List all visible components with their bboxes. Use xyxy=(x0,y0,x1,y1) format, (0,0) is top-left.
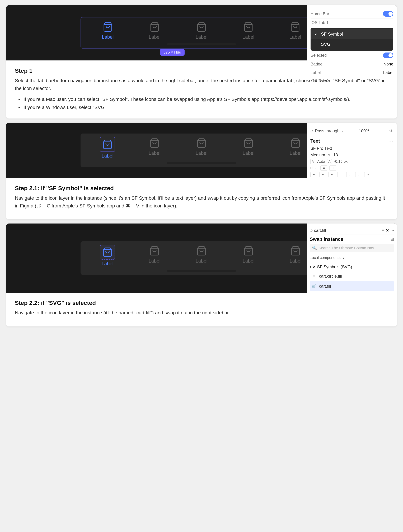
line-height-icon: A xyxy=(310,159,315,164)
text-align-right[interactable]: ≡ xyxy=(328,172,335,177)
section-1-card: Label Label xyxy=(6,5,397,119)
font-size[interactable]: 18 xyxy=(333,152,338,157)
size-badge-1: 375 × Hug xyxy=(160,49,185,56)
chevron-left-icon: ‹ xyxy=(310,265,311,269)
tab-label-3-3: Label xyxy=(196,258,208,264)
step-1-bullets: If you're a Mac user, you can select "SF… xyxy=(15,95,388,112)
chevron-down-icon: ∨ xyxy=(341,129,344,133)
align-icon-2[interactable]: □ xyxy=(329,165,336,171)
component-header: ◇ cart.fill ∨ ✕ ··· xyxy=(310,226,394,235)
selected-label: Selected xyxy=(311,53,327,58)
tab-label-3: Label xyxy=(196,34,208,40)
tab-item-3[interactable]: Label xyxy=(180,21,223,40)
zero-label[interactable]: 0 xyxy=(310,166,313,170)
swap-instance-title: Swap instance xyxy=(310,236,343,242)
pass-through-label[interactable]: Pass through xyxy=(315,128,339,133)
text-vert-bot[interactable]: ↓ xyxy=(355,172,362,177)
tab-icon-2-4 xyxy=(243,137,255,149)
tab-item-2-1[interactable]: Label xyxy=(86,137,129,159)
component-name-label: cart.fill xyxy=(314,228,380,233)
home-bar-2 xyxy=(167,162,236,164)
badge-value[interactable]: None xyxy=(384,62,393,66)
svg-label: SVG xyxy=(321,42,330,47)
tab-item-1[interactable]: Label xyxy=(86,21,129,40)
component-diamond-icon: ◇ xyxy=(310,228,313,233)
text-panel-title: Text xyxy=(310,138,320,144)
section-2-card: Label Label xyxy=(6,123,397,220)
local-components-row[interactable]: Local components ∨ xyxy=(310,254,394,261)
list-label-cart-circle-fill: cart.circle.fill xyxy=(319,274,342,279)
font-weight[interactable]: Medium xyxy=(310,152,325,157)
kern-label[interactable]: -0.15 px xyxy=(334,159,348,164)
section-3-preview-area: Label Label xyxy=(6,223,397,293)
cross-icon[interactable]: ✕ xyxy=(386,228,389,233)
step-2-1-desc: Navigate to the icon layer in the instan… xyxy=(15,194,388,210)
tab-icon-2-3 xyxy=(195,137,208,149)
tab-item-3-3[interactable]: Label xyxy=(180,245,223,266)
text-align-left[interactable]: ≡ xyxy=(310,172,317,177)
selected-toggle[interactable] xyxy=(383,52,393,58)
tab-label-3-1: Label xyxy=(102,261,114,266)
tab-item-2-4[interactable]: Label xyxy=(227,137,270,159)
more-options-icon[interactable]: ··· xyxy=(389,138,393,144)
tab-icon-2-1 xyxy=(102,138,114,151)
label-row: Label Label xyxy=(311,68,393,77)
tab-item-3-2[interactable]: Label xyxy=(133,245,176,266)
list-item-cart-fill-badge-minus[interactable]: 🛒 cart.fill.badge.minus xyxy=(310,291,394,293)
tab-item-4[interactable]: Label xyxy=(227,21,270,40)
ios-tab1-row: iOS Tab 1 xyxy=(311,19,393,27)
right-panel-3: ◇ cart.fill ∨ ✕ ··· Swap instance ⊞ 🔍 Se… xyxy=(307,223,397,293)
weight-chevron: ∨ xyxy=(328,153,330,157)
icon-type-dropdown[interactable]: ✓ SF Symbol SVG xyxy=(311,28,393,51)
tab-icon-3-1 xyxy=(102,246,114,258)
grid-view-icon[interactable]: ⊞ xyxy=(390,237,394,242)
local-chevron-icon: ∨ xyxy=(342,255,345,260)
tab-item-3-4[interactable]: Label xyxy=(227,245,270,266)
tab-label-5: Label xyxy=(289,34,301,40)
tab-label-3-2: Label xyxy=(149,258,160,264)
text-vert-top[interactable]: ↑ xyxy=(337,172,344,177)
align-icon-1[interactable]: ≡ xyxy=(320,165,327,171)
font-detail-rows: A Auto A -0.15 px 0 ↔ ≡ □ ≡ ≡ ≡ xyxy=(310,159,393,177)
tab-icon-3-4 xyxy=(243,245,255,257)
tab-label-2-1: Label xyxy=(102,153,114,159)
tab-item-2-2[interactable]: Label xyxy=(133,137,176,159)
tab-label-2-5: Label xyxy=(290,151,301,156)
list-item-cart-circle-fill[interactable]: ○ cart.circle.fill xyxy=(310,271,394,281)
eye-icon[interactable]: 👁 xyxy=(390,129,393,133)
tab-item-2-3[interactable]: Label xyxy=(180,137,223,159)
home-bar-toggle[interactable] xyxy=(383,11,393,17)
tab-label-1: Label xyxy=(102,34,114,40)
tab-bar-items-1: Label Label xyxy=(86,21,317,40)
tab-item-3-1[interactable]: Label xyxy=(86,245,129,266)
circle-icon: ○ xyxy=(311,273,317,279)
list-item-cart-fill[interactable]: 🛒 cart.fill xyxy=(310,281,394,291)
font-row-zero: 0 ↔ ≡ □ xyxy=(310,165,393,171)
text-align-center[interactable]: ≡ xyxy=(319,172,326,177)
list-label-cart-fill: cart.fill xyxy=(319,284,331,289)
step-2-2-title: Step 2.2: if "SVG" is selected xyxy=(15,299,388,306)
home-bar-row: Home Bar xyxy=(311,9,393,19)
more-icon[interactable]: ··· xyxy=(390,228,394,233)
text-vert-mid[interactable]: ↕ xyxy=(346,172,353,177)
percent-value[interactable]: 100% xyxy=(359,128,369,133)
section-3-card: Label Label xyxy=(6,223,397,326)
sf-symbols-row[interactable]: ‹ ✕ SF Symbols (SVG) xyxy=(310,263,394,271)
tab-label-3-4: Label xyxy=(243,258,255,264)
tab-icon-4 xyxy=(242,21,254,33)
section-2-preview-area: Label Label xyxy=(6,123,397,178)
tab-item-2[interactable]: Label xyxy=(133,21,176,40)
swap-search-box[interactable]: 🔍 Search The Ultimate Bottom Nav xyxy=(310,244,394,252)
auto-label[interactable]: Auto xyxy=(317,159,325,164)
label-value[interactable]: Label xyxy=(383,70,393,75)
tab-bar-items-3: Label Label xyxy=(86,245,317,266)
tab-icon-3-3 xyxy=(195,245,208,257)
svg-option[interactable]: SVG xyxy=(311,39,393,49)
ios-tab2-row: iOS Tab 2 xyxy=(311,77,393,85)
text-more[interactable]: ··· xyxy=(364,172,371,177)
text-panel-header: Text ··· xyxy=(310,138,393,144)
sf-symbol-option[interactable]: ✓ SF Symbol xyxy=(311,29,393,39)
badge-row: Badge None xyxy=(311,60,393,68)
badge-label: Badge xyxy=(311,62,322,66)
font-name: SF Pro Text xyxy=(310,146,393,151)
